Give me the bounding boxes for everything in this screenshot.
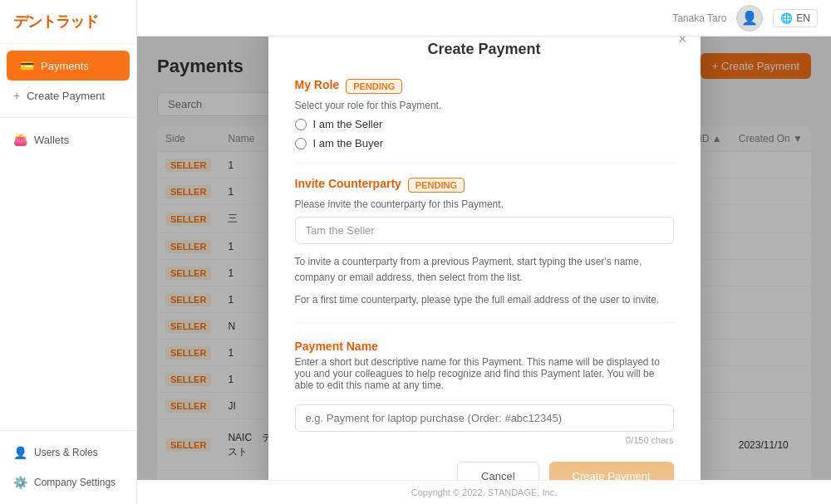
sidebar-item-company-settings[interactable]: ⚙️ Company Settings [0,467,136,497]
invite-header: Invite Counterparty PENDING [295,177,674,193]
sidebar-item-users-roles[interactable]: 👤 Users & Roles [0,438,136,467]
avatar[interactable]: 👤 [736,5,763,32]
main-area: Tanaka Taro 👤 🌐 EN Payments + Create Pay… [137,0,831,504]
lang-label: EN [796,12,810,24]
sidebar-item-wallets-label: Wallets [34,134,69,146]
role-seller-label: I am the Seller [313,118,383,130]
invite-counterparty-section: Invite Counterparty PENDING Please invit… [295,177,674,309]
invite-note-1: To invite a counterparty from a previous… [295,254,674,286]
role-buyer-option[interactable]: I am the Buyer [295,137,674,149]
sidebar-nav: 💳 Payments + Create Payment 👛 Wallets [0,44,136,430]
logo: デントラッド [0,0,136,44]
modal-title: Create Payment [295,41,674,58]
globe-icon: 🌐 [780,12,793,24]
create-payment-modal: Create Payment × My Role PENDING Select … [268,37,701,480]
my-role-label: My Role [295,78,340,91]
confirm-create-button[interactable]: Create Payment [549,462,674,480]
sidebar-item-payments[interactable]: 💳 Payments [7,51,130,81]
invite-desc: Please invite the counterparty for this … [295,198,674,210]
payments-icon: 💳 [20,59,34,72]
section-divider-1 [295,163,674,164]
section-divider-2 [295,322,674,323]
users-icon: 👤 [13,446,27,459]
invite-input[interactable] [295,217,674,244]
role-seller-radio[interactable] [295,119,307,130]
plus-icon: + [13,89,20,102]
page-content: Payments + Create Payment Side Name Stat… [137,37,831,480]
sidebar-item-users-label: Users & Roles [34,447,98,458]
role-buyer-label: I am the Buyer [313,137,384,149]
sidebar: デントラッド 💳 Payments + Create Payment 👛 Wal… [0,0,137,504]
sidebar-item-create-payment[interactable]: + Create Payment [0,81,136,110]
topbar: Tanaka Taro 👤 🌐 EN [137,0,831,37]
payment-name-desc: Enter a short but descriptive name for t… [295,356,674,391]
sidebar-item-company-label: Company Settings [34,477,116,488]
sidebar-divider [0,117,136,118]
payment-name-section: Payment Name Enter a short but descripti… [295,340,674,445]
modal-overlay: Create Payment × My Role PENDING Select … [137,37,831,480]
sidebar-item-payments-label: Payments [41,60,89,72]
settings-icon: ⚙️ [13,476,27,489]
modal-close-button[interactable]: × [678,37,687,48]
user-name: Tanaka Taro [672,12,726,24]
lang-button[interactable]: 🌐 EN [773,9,818,27]
logo-text: デントラッド [13,12,123,32]
invite-pending-badge: PENDING [408,178,465,193]
cancel-button[interactable]: Cancel [457,462,538,480]
payment-name-label: Payment Name [295,340,378,353]
wallet-icon: 👛 [13,133,27,146]
char-count: 0/150 chars [295,435,674,445]
sidebar-bottom: 👤 Users & Roles ⚙️ Company Settings [0,430,136,504]
invite-label: Invite Counterparty [295,177,401,190]
role-options: I am the Seller I am the Buyer [295,118,674,149]
footer: Copyright © 2022, STANDAGE, Inc. [137,480,831,504]
user-info: Tanaka Taro [672,12,726,24]
role-buyer-radio[interactable] [295,138,307,149]
payment-name-input[interactable] [295,404,674,432]
my-role-pending-badge: PENDING [346,79,402,94]
my-role-desc: Select your role for this Payment. [295,100,674,111]
footer-text: Copyright © 2022, STANDAGE, Inc. [411,487,557,497]
sidebar-item-wallets[interactable]: 👛 Wallets [0,125,136,154]
my-role-section: My Role PENDING Select your role for thi… [295,78,674,149]
invite-note-2: For a first time counterparty, please ty… [295,292,674,308]
modal-actions: Cancel Create Payment [295,462,674,480]
role-seller-option[interactable]: I am the Seller [295,118,674,130]
my-role-header: My Role PENDING [295,78,674,95]
sidebar-item-create-label: Create Payment [27,90,105,102]
